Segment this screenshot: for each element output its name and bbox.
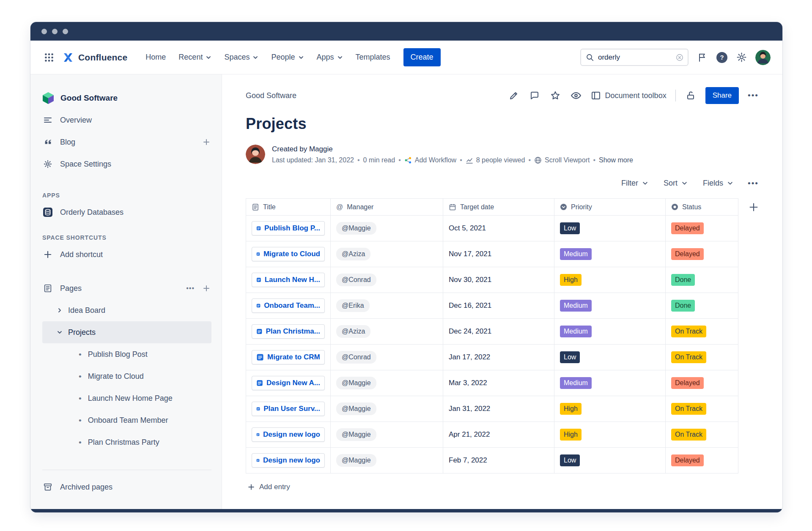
page-link-chip[interactable]: Launch New H... (252, 273, 325, 287)
cell-target-date[interactable]: Dec 16, 2021 (443, 293, 554, 319)
page-link-chip[interactable]: Design New A... (252, 376, 325, 390)
page-tree-child-plan-christmas-party[interactable]: • Plan Christmas Party (42, 431, 211, 453)
status-badge[interactable]: Done (671, 274, 695, 286)
sidebar-item-archived-pages[interactable]: Archived pages (42, 476, 211, 498)
cell-manager[interactable]: @Aziza (331, 319, 443, 345)
page-link-chip[interactable]: Design new logo (252, 427, 325, 442)
column-header-manager[interactable]: Manager (331, 199, 443, 216)
manager-pill[interactable]: @Maggie (336, 454, 376, 467)
settings-gear-icon[interactable] (735, 52, 747, 63)
nav-item-recent[interactable]: Recent (173, 49, 217, 66)
cell-status[interactable]: Delayed (666, 216, 738, 241)
manager-pill[interactable]: @Maggie (336, 377, 376, 389)
add-entry-button[interactable]: Add entry (247, 483, 759, 491)
cell-priority[interactable]: High (554, 422, 666, 448)
cell-status[interactable]: On Track (666, 319, 738, 345)
cell-target-date[interactable]: Oct 5, 2021 (443, 216, 554, 241)
manager-pill[interactable]: @Aziza (336, 325, 370, 338)
unlock-icon[interactable] (685, 90, 697, 101)
cell-priority[interactable]: Medium (554, 293, 666, 319)
cell-priority[interactable]: Medium (554, 241, 666, 267)
page-link-chip[interactable]: Design new logo (252, 453, 325, 468)
cell-target-date[interactable]: Nov 30, 2021 (443, 267, 554, 293)
cell-target-date[interactable]: Nov 17, 2021 (443, 241, 554, 267)
table-more-icon[interactable]: ••• (748, 179, 759, 188)
priority-badge[interactable]: Medium (560, 248, 592, 260)
sidebar-item-overview[interactable]: Overview (42, 109, 211, 131)
page-link-chip[interactable]: Publish Blog P... (252, 221, 325, 235)
page-link-chip[interactable]: Plan User Surv... (252, 402, 325, 416)
manager-pill[interactable]: @Maggie (336, 222, 376, 235)
page-link-chip[interactable]: Plan Christma... (252, 324, 325, 339)
cell-target-date[interactable]: Jan 31, 2022 (443, 396, 554, 422)
manager-pill[interactable]: @Erika (336, 299, 370, 312)
manager-pill[interactable]: @Maggie (336, 402, 376, 415)
search-input[interactable] (598, 53, 672, 62)
priority-badge[interactable]: Medium (560, 326, 592, 337)
nav-item-home[interactable]: Home (140, 49, 171, 66)
breadcrumb[interactable]: Good Software (246, 91, 296, 100)
cell-status[interactable]: On Track (666, 422, 738, 448)
pages-more-icon[interactable]: ••• (186, 285, 195, 292)
cell-priority[interactable]: Low (554, 216, 666, 241)
add-workflow-link[interactable]: Add Workflow (404, 156, 456, 164)
cell-target-date[interactable]: Mar 3, 2022 (443, 370, 554, 396)
cell-priority[interactable]: High (554, 396, 666, 422)
cell-manager[interactable]: @Maggie (331, 396, 443, 422)
share-button[interactable]: Share (705, 87, 739, 104)
add-blog-post-icon[interactable] (201, 137, 211, 147)
column-header-status[interactable]: Status (666, 199, 738, 216)
status-badge[interactable]: On Track (671, 351, 706, 363)
cell-priority[interactable]: Low (554, 345, 666, 370)
edit-pencil-icon[interactable] (508, 90, 520, 101)
cell-manager[interactable]: @Conrad (331, 267, 443, 293)
manager-pill[interactable]: @Conrad (336, 351, 376, 364)
show-more-link[interactable]: Show more (599, 156, 633, 164)
page-link-chip[interactable]: Onboard Team... (252, 298, 325, 313)
search-box[interactable] (580, 49, 689, 66)
created-by[interactable]: Created by Maggie (272, 145, 633, 153)
add-page-icon[interactable] (201, 283, 211, 293)
priority-badge[interactable]: Low (560, 351, 580, 363)
cell-priority[interactable]: Medium (554, 319, 666, 345)
status-badge[interactable]: Done (671, 300, 695, 312)
cell-status[interactable]: Delayed (666, 241, 738, 267)
sidebar-item-blog[interactable]: Blog (42, 131, 211, 153)
status-badge[interactable]: Delayed (671, 377, 704, 389)
cell-status[interactable]: Done (666, 267, 738, 293)
chevron-down-icon[interactable] (57, 329, 63, 335)
add-column-icon[interactable] (748, 202, 759, 213)
column-header-target-date[interactable]: Target date (443, 199, 554, 216)
nav-item-spaces[interactable]: Spaces (219, 49, 264, 66)
nav-item-apps[interactable]: Apps (311, 49, 348, 66)
page-more-icon[interactable]: ••• (748, 91, 759, 100)
page-tree-item-idea-board[interactable]: Idea Board (42, 299, 211, 321)
cell-manager[interactable]: @Maggie (331, 448, 443, 474)
status-badge[interactable]: On Track (671, 429, 706, 441)
window-close-button[interactable] (41, 29, 47, 34)
sidebar-item-space-settings[interactable]: Space Settings (42, 153, 211, 175)
search-clear-icon[interactable] (676, 54, 683, 61)
sidebar-item-add-shortcut[interactable]: Add shortcut (42, 244, 211, 266)
window-zoom-button[interactable] (63, 29, 68, 34)
page-tree-child-publish-blog-post[interactable]: • Publish Blog Post (42, 343, 211, 365)
chevron-right-icon[interactable] (57, 307, 63, 313)
status-badge[interactable]: On Track (671, 403, 706, 415)
status-badge[interactable]: Delayed (671, 248, 704, 260)
people-viewed-link[interactable]: 8 people viewed (466, 156, 525, 164)
sidebar-item-orderly-databases[interactable]: Orderly Databases (42, 201, 211, 223)
priority-badge[interactable]: Medium (560, 377, 592, 389)
priority-badge[interactable]: High (560, 274, 582, 286)
page-tree-item-projects[interactable]: Projects (42, 321, 211, 343)
status-badge[interactable]: Delayed (671, 222, 704, 234)
priority-badge[interactable]: High (560, 429, 582, 441)
cell-target-date[interactable]: Dec 24, 2021 (443, 319, 554, 345)
cell-status[interactable]: Done (666, 293, 738, 319)
nav-item-templates[interactable]: Templates (350, 49, 396, 66)
comment-icon[interactable] (529, 90, 540, 101)
sidebar-item-pages[interactable]: Pages ••• (42, 277, 211, 299)
priority-badge[interactable]: High (560, 403, 582, 415)
page-tree-child-onboard-team-member[interactable]: • Onboard Team Member (42, 409, 211, 431)
help-icon[interactable] (716, 52, 727, 63)
cell-status[interactable]: Delayed (666, 370, 738, 396)
